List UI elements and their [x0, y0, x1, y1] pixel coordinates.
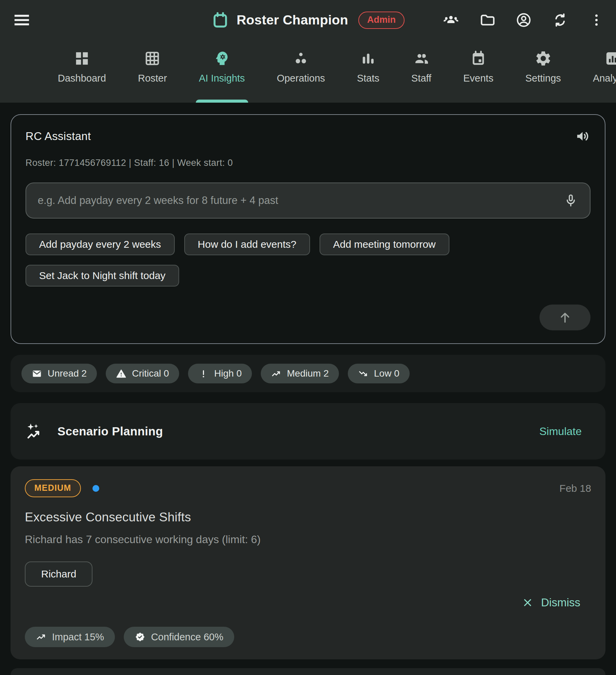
arrow-up-icon	[558, 310, 572, 325]
tab-label: Stats	[357, 73, 379, 84]
suggestion-add-payday[interactable]: Add payday every 2 weeks	[25, 233, 175, 255]
tab-events[interactable]: Events	[463, 40, 494, 103]
confidence-chip: Confidence 60%	[124, 627, 234, 647]
more-vert-icon	[588, 12, 604, 28]
simulate-button[interactable]: Simulate	[540, 425, 582, 438]
dashboard-icon	[73, 50, 91, 67]
tab-label: Operations	[277, 73, 325, 84]
top-bar: Roster Champion Admin	[0, 0, 616, 103]
assistant-input-wrap	[25, 183, 591, 219]
microphone-icon	[563, 193, 578, 208]
dismiss-label: Dismiss	[541, 596, 580, 609]
confidence-label: Confidence 60%	[151, 631, 223, 643]
tab-operations[interactable]: Operations	[277, 40, 325, 103]
suggestion-set-jack-night[interactable]: Set Jack to Night shift today	[25, 265, 179, 287]
tab-label: Dashboard	[58, 73, 106, 84]
insight-title: Excessive Consecutive Shifts	[25, 510, 591, 524]
suggestion-how-add-events[interactable]: How do I add events?	[184, 233, 310, 255]
files-button[interactable]	[479, 12, 495, 28]
filter-label: Unread 2	[48, 368, 87, 379]
filter-label: Low 0	[374, 368, 399, 379]
staff-groups-button[interactable]	[443, 12, 459, 28]
tab-stats[interactable]: Stats	[357, 40, 379, 103]
tab-bar: Dashboard Roster	[0, 40, 616, 103]
analytics-chart-icon	[604, 50, 616, 67]
filter-unread[interactable]: Unread 2	[21, 364, 97, 383]
impact-label: Impact 15%	[52, 631, 104, 643]
close-icon	[522, 597, 533, 608]
operations-bubbles-icon	[292, 50, 310, 67]
scenario-planning-card: Scenario Planning Simulate	[11, 403, 605, 460]
stats-bars-icon	[359, 50, 377, 67]
events-calendar-icon	[469, 50, 487, 67]
verified-icon	[135, 631, 146, 642]
account-button[interactable]	[516, 12, 532, 28]
insight-metrics: Impact 15% Confidence 60%	[25, 627, 234, 647]
insight-filters: Unread 2 Critical 0 High 0	[11, 355, 605, 392]
tab-label: Roster	[138, 73, 167, 84]
roster-champion-app: Roster Champion Admin	[0, 0, 616, 675]
send-button[interactable]	[540, 305, 591, 330]
settings-gear-icon	[534, 50, 552, 67]
tab-label: Staff	[411, 73, 431, 84]
unread-dot-icon	[92, 485, 99, 492]
trending-up-icon	[36, 631, 47, 642]
trending-up-icon	[271, 368, 281, 379]
tab-label: Settings	[525, 73, 561, 84]
filter-high[interactable]: High 0	[188, 364, 252, 383]
exclamation-icon	[198, 368, 209, 379]
mail-icon	[32, 368, 42, 379]
rc-assistant-card: RC Assistant Roster: 1771456769112 | Sta…	[11, 114, 605, 344]
mic-button[interactable]	[563, 193, 578, 208]
assistant-input[interactable]	[38, 194, 563, 207]
tab-dashboard[interactable]: Dashboard	[58, 40, 106, 103]
admin-badge: Admin	[358, 12, 405, 29]
staff-tag-richard[interactable]: Richard	[25, 561, 92, 587]
active-tab-indicator	[196, 100, 248, 103]
insight-description: Richard has 7 consecutive working days (…	[25, 533, 591, 546]
calendar-logo-icon	[211, 11, 229, 29]
severity-badge: MEDIUM	[25, 479, 81, 497]
folder-icon	[479, 12, 495, 28]
sync-button[interactable]	[552, 12, 568, 28]
filter-label: Critical 0	[132, 368, 169, 379]
trending-down-icon	[358, 368, 369, 379]
volume-up-icon	[575, 128, 591, 144]
roster-grid-icon	[143, 50, 161, 67]
ai-psychology-icon	[213, 50, 231, 67]
filter-label: Medium 2	[287, 368, 329, 379]
filter-low[interactable]: Low 0	[348, 364, 410, 383]
staff-people-icon	[412, 50, 430, 67]
group-icon	[443, 12, 459, 28]
dismiss-button[interactable]: Dismiss	[522, 596, 580, 609]
insight-date: Feb 18	[560, 483, 591, 494]
assistant-title: RC Assistant	[25, 130, 91, 143]
tab-label: Events	[463, 73, 494, 84]
speaker-button[interactable]	[575, 128, 591, 144]
tab-ai-insights[interactable]: AI Insights	[199, 40, 245, 103]
tab-label: Analytics	[593, 73, 616, 84]
app-title-group: Roster Champion Admin	[211, 11, 405, 29]
tab-roster[interactable]: Roster	[138, 40, 167, 103]
filter-critical[interactable]: Critical 0	[106, 364, 179, 383]
impact-chip: Impact 15%	[25, 627, 115, 647]
filter-label: High 0	[214, 368, 242, 379]
appbar-actions	[443, 12, 604, 28]
hamburger-icon	[13, 11, 31, 29]
app-bar: Roster Champion Admin	[0, 0, 616, 40]
next-card-peek	[11, 668, 605, 675]
tab-settings[interactable]: Settings	[525, 40, 561, 103]
assistant-suggestions: Add payday every 2 weeks How do I add ev…	[25, 233, 591, 287]
account-circle-icon	[516, 12, 532, 28]
sparkle-stars-icon	[25, 422, 44, 440]
warning-triangle-icon	[116, 368, 126, 379]
menu-button[interactable]	[12, 11, 31, 30]
tab-staff[interactable]: Staff	[411, 40, 431, 103]
tab-analytics[interactable]: Analytics	[593, 40, 616, 103]
filter-medium[interactable]: Medium 2	[261, 364, 339, 383]
suggestion-add-meeting[interactable]: Add meeting tomorrow	[320, 233, 449, 255]
insight-card: MEDIUM Feb 18 Excessive Consecutive Shif…	[11, 466, 605, 659]
more-button[interactable]	[588, 12, 604, 28]
scenario-title: Scenario Planning	[57, 425, 163, 438]
roster-meta: Roster: 1771456769112 | Staff: 16 | Week…	[25, 158, 591, 168]
